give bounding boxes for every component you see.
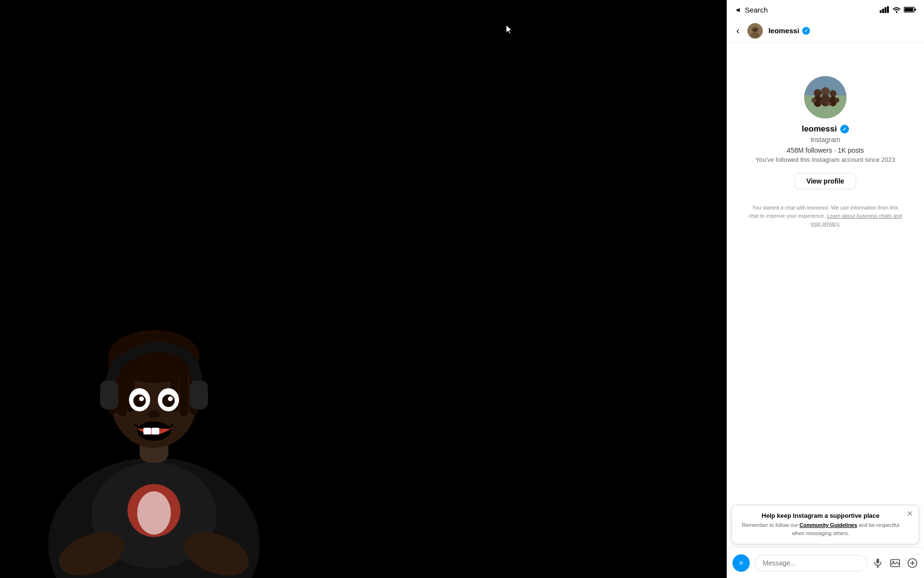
nav-avatar[interactable] [747, 23, 763, 39]
battery-icon [904, 6, 916, 13]
nav-username: leomessi [769, 26, 799, 35]
phone-ui: ◄ Search ‹ [727, 0, 924, 578]
profile-avatar-image [804, 76, 847, 118]
svg-point-40 [751, 32, 759, 37]
svg-point-15 [133, 394, 146, 407]
profile-name-row: leomessi ✓ [802, 124, 849, 134]
profile-name: leomessi [802, 124, 837, 134]
person-image [29, 217, 279, 578]
profile-follow-info: You've followed this Instagram account s… [756, 156, 895, 163]
svg-rect-21 [143, 428, 151, 434]
guidelines-title: Help keep Instagram a supportive place [740, 512, 901, 519]
svg-point-50 [811, 98, 816, 103]
camera-icon [737, 559, 745, 567]
guidelines-banner: ✕ Help keep Instagram a supportive place… [732, 505, 919, 544]
status-bar: ◄ Search [727, 0, 924, 19]
svg-point-48 [830, 90, 836, 97]
guidelines-prefix: Remember to follow our [742, 522, 798, 528]
status-bar-icons [880, 6, 916, 13]
microphone-button[interactable] [872, 557, 884, 569]
nav-username-row: leomessi ✓ [769, 26, 810, 35]
profile-platform: Instagram [810, 136, 840, 144]
svg-rect-23 [100, 381, 118, 409]
chat-content: leomessi ✓ Instagram 458M followers · 1K… [727, 42, 924, 547]
svg-rect-33 [915, 9, 916, 11]
search-back[interactable]: ◄ Search [734, 6, 768, 14]
camera-button[interactable] [732, 554, 750, 572]
back-button[interactable]: ‹ [734, 23, 742, 38]
search-label: Search [745, 6, 768, 14]
community-guidelines-link[interactable]: Community Guidelines [799, 522, 857, 528]
message-bar [727, 547, 924, 578]
signal-icon [880, 6, 889, 13]
top-nav: ‹ leomessi ✓ [727, 19, 924, 42]
search-back-arrow[interactable]: ◄ [734, 6, 741, 13]
left-background [0, 0, 308, 578]
svg-point-53 [834, 98, 839, 103]
svg-rect-24 [190, 381, 208, 409]
svg-point-19 [148, 410, 160, 418]
guidelines-close-button[interactable]: ✕ [907, 510, 913, 518]
svg-point-39 [753, 28, 757, 32]
svg-rect-29 [885, 7, 886, 13]
add-icon [907, 558, 918, 568]
image-button[interactable] [889, 557, 901, 569]
profile-stats: 458M followers · 1K posts [787, 146, 864, 154]
svg-point-51 [820, 101, 823, 105]
svg-point-17 [139, 396, 144, 401]
message-actions [872, 557, 918, 569]
svg-rect-22 [152, 428, 159, 434]
guidelines-text: Remember to follow our Community Guideli… [740, 521, 901, 537]
svg-rect-30 [887, 6, 889, 13]
nav-verified-icon: ✓ [802, 27, 810, 35]
middle-background [308, 0, 727, 578]
message-input[interactable] [763, 559, 859, 567]
add-button[interactable] [907, 557, 918, 569]
svg-point-16 [162, 394, 175, 407]
svg-rect-32 [905, 8, 913, 12]
profile-avatar[interactable] [804, 76, 847, 118]
chat-notice: You started a chat with leomessi. We use… [744, 204, 907, 228]
wifi-icon [892, 6, 901, 13]
svg-rect-28 [882, 9, 884, 13]
svg-rect-58 [876, 558, 879, 563]
microphone-icon [873, 558, 883, 568]
profile-section: leomessi ✓ Instagram 458M followers · 1K… [736, 76, 914, 228]
svg-point-18 [168, 396, 173, 401]
image-icon [890, 558, 900, 568]
profile-verified-icon: ✓ [840, 125, 849, 133]
svg-rect-27 [880, 10, 882, 13]
message-input-wrapper [755, 555, 867, 571]
view-profile-button[interactable]: View profile [795, 173, 856, 189]
svg-point-3 [137, 491, 171, 535]
svg-point-52 [827, 102, 831, 105]
svg-point-57 [740, 562, 742, 564]
